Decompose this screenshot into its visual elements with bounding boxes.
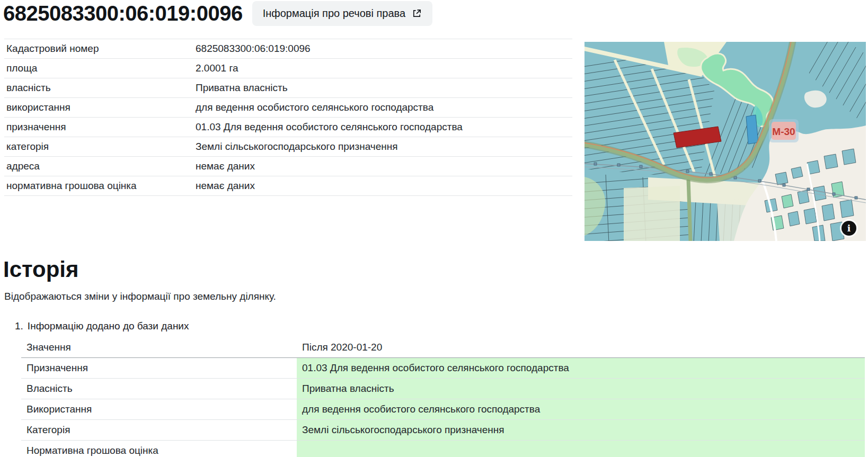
info-value: для ведення особистого селянського госпо… bbox=[193, 98, 572, 117]
history-value: Приватна власність bbox=[297, 379, 865, 399]
history-entry-title: 1. Інформацію додано до бази даних bbox=[15, 320, 864, 332]
history-entry-index: 1. bbox=[15, 320, 23, 332]
history-label: Призначення bbox=[21, 358, 297, 378]
history-section: Історія Відображаються зміни у інформаці… bbox=[0, 257, 868, 457]
table-row: Використання для ведення особистого селя… bbox=[21, 399, 865, 420]
info-label: площа bbox=[4, 59, 193, 78]
info-value: немає даних bbox=[193, 176, 572, 195]
history-value: для ведення особистого селянського госпо… bbox=[297, 399, 865, 419]
parcel-info-table: Кадастровий номер 6825083300:06:019:0096… bbox=[4, 39, 572, 196]
table-row: площа 2.0001 га bbox=[4, 59, 572, 78]
history-value: 01.03 Для ведення особистого селянського… bbox=[297, 358, 865, 378]
table-row: категорія Землі сільськогосподарського п… bbox=[4, 137, 572, 157]
table-row: Кадастровий номер 6825083300:06:019:0096 bbox=[4, 39, 572, 59]
table-row: нормативна грошова оцінка немає даних bbox=[4, 176, 572, 196]
history-header-label: Значення bbox=[21, 337, 297, 357]
table-row: Власність Приватна власність bbox=[21, 379, 865, 399]
table-row: власність Приватна власність bbox=[4, 78, 572, 98]
road-shield-m30: М-30 bbox=[769, 119, 799, 142]
history-description: Відображаються зміни у інформації про зе… bbox=[4, 291, 864, 302]
history-label: Використання bbox=[21, 399, 297, 419]
info-label: категорія bbox=[4, 137, 193, 156]
table-row: призначення 01.03 Для ведення особистого… bbox=[4, 118, 572, 137]
table-row: адреса немає даних bbox=[4, 157, 572, 176]
table-row: Призначення 01.03 Для ведення особистого… bbox=[21, 358, 865, 379]
cadastral-map[interactable]: М-30 i bbox=[584, 42, 866, 241]
history-table: Значення Після 2020-01-20 Призначення 01… bbox=[21, 337, 865, 457]
info-label: адреса bbox=[4, 157, 193, 176]
info-value: Приватна власність bbox=[193, 78, 572, 97]
history-label: Категорія bbox=[21, 420, 297, 440]
info-label: призначення bbox=[4, 118, 193, 137]
history-value bbox=[297, 441, 865, 457]
rights-info-button[interactable]: Інформація про речові права bbox=[252, 1, 432, 26]
svg-text:М-30: М-30 bbox=[772, 126, 795, 137]
parcel-summary-section: Кадастровий номер 6825083300:06:019:0096… bbox=[0, 39, 868, 243]
info-value: 6825083300:06:019:0096 bbox=[193, 39, 572, 58]
info-value: Землі сільськогосподарського призначення bbox=[193, 137, 572, 156]
history-heading: Історія bbox=[3, 257, 864, 282]
info-value: 01.03 Для ведення особистого селянського… bbox=[193, 118, 572, 137]
table-row: Категорія Землі сільськогосподарського п… bbox=[21, 420, 865, 441]
info-label: власність bbox=[4, 78, 193, 97]
history-entry: 1. Інформацію додано до бази даних Значе… bbox=[3, 320, 864, 457]
history-entry-label: Інформацію додано до бази даних bbox=[28, 320, 189, 332]
history-label: Нормативна грошова оцінка bbox=[21, 441, 297, 457]
page-header: 6825083300:06:019:0096 Інформація про ре… bbox=[0, 0, 868, 26]
info-value: 2.0001 га bbox=[193, 59, 572, 78]
info-label: нормативна грошова оцінка bbox=[4, 176, 193, 195]
history-label: Власність bbox=[21, 379, 297, 399]
rights-info-button-label: Інформація про речові права bbox=[263, 7, 405, 20]
history-header-value: Після 2020-01-20 bbox=[297, 337, 865, 357]
history-table-header: Значення Після 2020-01-20 bbox=[21, 337, 865, 358]
info-label: Кадастровий номер bbox=[4, 39, 193, 58]
table-row: Нормативна грошова оцінка bbox=[21, 441, 865, 457]
info-value: немає даних bbox=[193, 157, 572, 176]
map-attribution-button[interactable]: i bbox=[842, 221, 856, 236]
info-label: використання bbox=[4, 98, 193, 117]
history-value: Землі сільськогосподарського призначення bbox=[297, 420, 865, 440]
page-title: 6825083300:06:019:0096 bbox=[3, 2, 243, 25]
table-row: використання для ведення особистого селя… bbox=[4, 98, 572, 118]
external-link-icon bbox=[412, 8, 422, 19]
